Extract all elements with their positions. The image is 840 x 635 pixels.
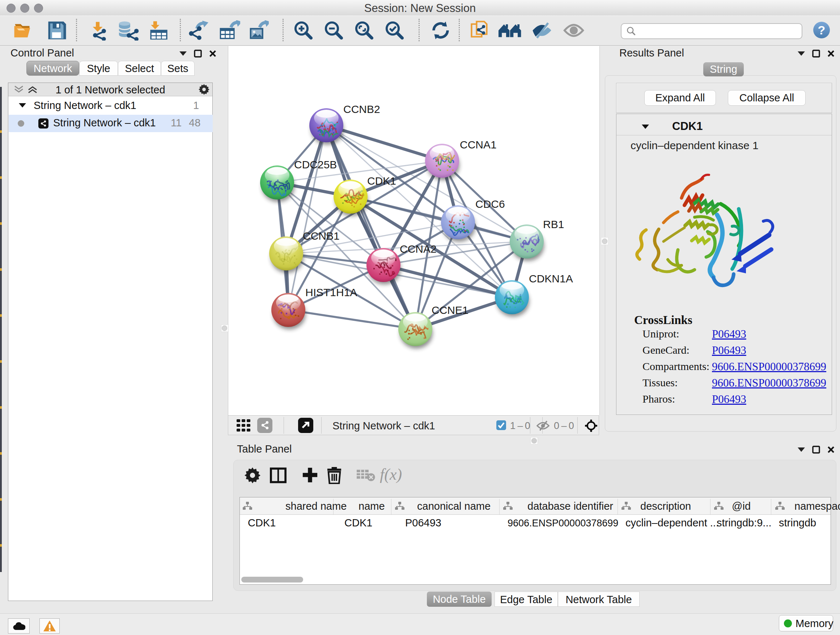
- svg-text:CCNB1: CCNB1: [303, 230, 340, 242]
- svg-text:CCNB2: CCNB2: [343, 103, 380, 115]
- svg-text:CDC25B: CDC25B: [294, 158, 337, 171]
- svg-text:CDK1: CDK1: [367, 175, 396, 187]
- svg-text:CCNE1: CCNE1: [431, 304, 469, 316]
- svg-text:CCNA1: CCNA1: [460, 139, 497, 150]
- svg-text:HIST1H1A: HIST1H1A: [305, 287, 357, 298]
- svg-text:RB1: RB1: [543, 218, 564, 230]
- svg-text:CDC6: CDC6: [475, 198, 505, 210]
- svg-text:CDKN1A: CDKN1A: [529, 272, 573, 285]
- svg-text:CCNA2: CCNA2: [400, 243, 437, 255]
